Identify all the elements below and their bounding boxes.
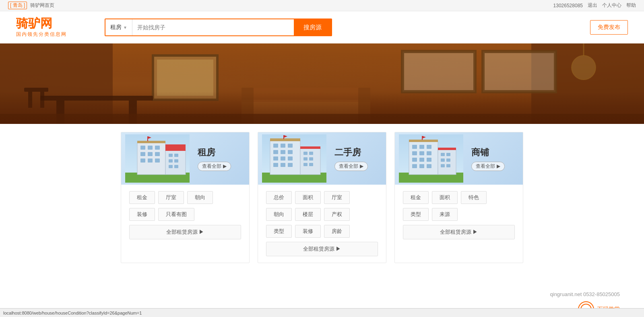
search-category-label: 租房 xyxy=(110,24,122,31)
arrow-icon-3: ▶ xyxy=(497,163,500,169)
nav-home[interactable]: 骑驴网首页 xyxy=(30,2,54,9)
card-title-shop: 商铺 xyxy=(471,146,523,158)
svg-rect-78 xyxy=(427,151,431,155)
filter-sh-type[interactable]: 类型 xyxy=(266,225,292,238)
svg-rect-94 xyxy=(446,164,450,167)
logo-text[interactable]: 骑驴网 xyxy=(16,17,89,29)
svg-rect-7 xyxy=(40,96,153,101)
svg-rect-90 xyxy=(446,153,450,156)
top-bar-left: [ 青岛 ] 骑驴网首页 xyxy=(8,2,54,9)
svg-rect-48 xyxy=(281,144,285,148)
filter-sh-direction[interactable]: 朝向 xyxy=(266,208,292,221)
filter-sh-floor[interactable]: 楼层 xyxy=(295,208,321,221)
search-button[interactable]: 搜房源 xyxy=(294,19,331,35)
svg-rect-17 xyxy=(0,114,644,124)
status-url: localhost:8080/web/house/houseCondition?… xyxy=(3,311,142,315)
svg-rect-67 xyxy=(303,163,308,166)
svg-rect-8 xyxy=(56,101,64,124)
svg-rect-56 xyxy=(273,163,278,167)
footer-contact: qingruanit.net 0532-85025005 xyxy=(550,291,620,297)
search-input[interactable] xyxy=(132,19,294,35)
card-header-info-secondhand: 二手房 查看全部 ▶ xyxy=(326,146,386,171)
svg-rect-13 xyxy=(242,100,370,124)
filter-shop-source[interactable]: 来源 xyxy=(432,208,458,221)
building-svg-rent xyxy=(125,134,190,183)
svg-rect-69 xyxy=(300,146,320,149)
svg-rect-68 xyxy=(309,163,313,166)
svg-rect-75 xyxy=(427,145,431,149)
category-card-rent: 租房 查看全部 ▶ 租金 厅室 朝向 装修 只看有图 全部租赁房源 ▶ xyxy=(121,132,250,263)
top-bar-right: 13026528085 退出 个人中心 帮助 xyxy=(553,2,636,9)
filter-sh-age[interactable]: 房龄 xyxy=(324,225,350,238)
filter-rent-with-image[interactable]: 只看有图 xyxy=(158,208,194,221)
filter-sh-room[interactable]: 厅室 xyxy=(324,191,350,204)
svg-rect-79 xyxy=(412,158,417,162)
filter-sh-area[interactable]: 面积 xyxy=(295,191,321,204)
building-svg-shop xyxy=(399,134,463,183)
svg-rect-26 xyxy=(140,152,145,156)
svg-rect-6 xyxy=(157,60,213,96)
status-bar: localhost:8080/web/house/houseCondition?… xyxy=(0,308,644,317)
svg-rect-12 xyxy=(40,92,44,108)
filter-shop-rent[interactable]: 租金 xyxy=(403,191,429,204)
free-publish-button[interactable]: 免费发布 xyxy=(590,20,628,35)
top-bar: [ 青岛 ] 骑驴网首页 13026528085 退出 个人中心 帮助 xyxy=(0,0,644,11)
svg-rect-74 xyxy=(419,145,424,149)
city-selector[interactable]: [ 青岛 ] xyxy=(8,2,27,9)
svg-rect-4 xyxy=(483,51,555,92)
filter-sh-property[interactable]: 产权 xyxy=(324,208,350,221)
filter-shop-type[interactable]: 类型 xyxy=(403,208,429,221)
all-rent-listings-btn[interactable]: 全部租赁房源 ▶ xyxy=(129,225,241,239)
card-header-secondhand: 二手房 查看全部 ▶ xyxy=(258,132,386,185)
search-area: 租房 ▼ 搜房源 xyxy=(105,19,332,36)
all-secondhand-listings-btn[interactable]: 全部租赁房源 ▶ xyxy=(266,242,378,256)
view-all-rent[interactable]: 查看全部 ▶ xyxy=(198,162,231,171)
svg-rect-39 xyxy=(174,159,178,163)
svg-rect-47 xyxy=(273,144,278,148)
hero-room-svg xyxy=(0,43,644,124)
phone-number: 13026528085 xyxy=(553,3,583,8)
filter-rent-direction[interactable]: 朝向 xyxy=(187,191,213,204)
svg-rect-80 xyxy=(419,158,424,162)
svg-rect-14 xyxy=(242,88,370,102)
filter-rent-room[interactable]: 厅室 xyxy=(158,191,184,204)
help-link[interactable]: 帮助 xyxy=(626,2,636,9)
svg-rect-33 xyxy=(147,136,148,141)
view-all-shop[interactable]: 查看全部 ▶ xyxy=(471,162,505,171)
svg-rect-15 xyxy=(242,88,254,124)
view-all-secondhand[interactable]: 查看全部 ▶ xyxy=(334,162,368,171)
svg-rect-38 xyxy=(169,159,173,163)
logout-link[interactable]: 退出 xyxy=(588,2,597,9)
svg-rect-9 xyxy=(129,101,137,124)
filter-row-3-secondhand: 类型 装修 房龄 xyxy=(266,225,378,238)
building-image-rent xyxy=(125,134,190,183)
card-header-info-shop: 商铺 查看全部 ▶ xyxy=(463,146,523,171)
filter-row-1-rent: 租金 厅室 朝向 xyxy=(129,191,241,204)
svg-rect-36 xyxy=(169,154,173,157)
svg-rect-1 xyxy=(0,43,113,124)
svg-rect-73 xyxy=(412,145,417,149)
svg-rect-16 xyxy=(358,88,370,124)
svg-rect-11 xyxy=(28,92,32,108)
svg-rect-57 xyxy=(281,163,285,167)
filter-shop-feature[interactable]: 特色 xyxy=(461,191,487,204)
svg-rect-31 xyxy=(155,158,160,163)
svg-rect-86 xyxy=(422,136,423,140)
arrow-icon: ▶ xyxy=(223,163,227,169)
svg-rect-24 xyxy=(148,146,153,150)
cards-row: 租房 查看全部 ▶ 租金 厅室 朝向 装修 只看有图 全部租赁房源 ▶ xyxy=(121,132,523,263)
svg-rect-64 xyxy=(309,152,313,155)
filter-rent-price[interactable]: 租金 xyxy=(129,191,155,204)
filter-rent-decoration[interactable]: 装修 xyxy=(129,208,155,221)
building-image-secondhand xyxy=(262,134,326,183)
svg-rect-29 xyxy=(140,158,145,163)
svg-rect-55 xyxy=(288,156,293,161)
filter-sh-decoration[interactable]: 装修 xyxy=(295,225,321,238)
building-image-shop xyxy=(399,134,463,183)
search-category-selector[interactable]: 租房 ▼ xyxy=(105,19,132,35)
filter-sh-totalprice[interactable]: 总价 xyxy=(266,191,292,204)
all-shop-listings-btn[interactable]: 全部租赁房源 ▶ xyxy=(403,225,515,239)
filter-shop-area[interactable]: 面积 xyxy=(432,191,458,204)
filter-row-2-shop: 类型 来源 xyxy=(403,208,515,221)
profile-link[interactable]: 个人中心 xyxy=(602,2,621,9)
